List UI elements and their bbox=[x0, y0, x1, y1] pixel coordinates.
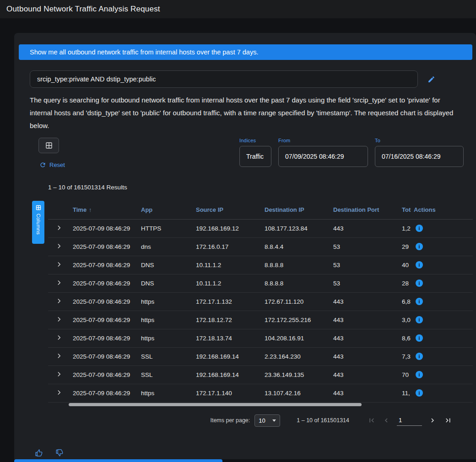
expand-row-button[interactable] bbox=[56, 316, 62, 322]
cell-expand bbox=[48, 274, 70, 292]
cell-source-ip: 192.168.169.14 bbox=[193, 347, 262, 365]
chevron-right-icon bbox=[56, 316, 62, 322]
col-header-time[interactable]: Time↑ bbox=[70, 201, 138, 219]
info-icon[interactable]: i bbox=[416, 316, 423, 323]
cell-expand bbox=[48, 292, 70, 311]
info-icon[interactable]: i bbox=[416, 225, 423, 232]
cell-time: 2025-07-09 08:46:29 bbox=[70, 292, 138, 311]
first-page-button[interactable] bbox=[368, 416, 376, 424]
prompt-banner: Show me all outbound network traffic fro… bbox=[19, 44, 472, 60]
col-header-total[interactable]: Tot bbox=[399, 201, 411, 219]
table-grid-icon bbox=[45, 142, 53, 149]
reset-button[interactable]: Reset bbox=[39, 161, 65, 168]
info-icon[interactable]: i bbox=[416, 334, 423, 342]
time-range-controls: Indices Traffic From 07/09/2025 08:46:29… bbox=[239, 138, 464, 167]
cell-actions: i bbox=[411, 237, 473, 256]
prev-page-button[interactable] bbox=[382, 416, 390, 424]
last-page-button[interactable] bbox=[444, 416, 452, 424]
scrollbar-thumb[interactable] bbox=[69, 403, 362, 406]
edit-query-button[interactable] bbox=[427, 75, 436, 84]
horizontal-scrollbar[interactable] bbox=[48, 403, 473, 406]
from-datetime-input[interactable]: 07/09/2025 08:46:29 bbox=[278, 146, 368, 167]
view-controls: Reset bbox=[38, 138, 65, 168]
cell-app: dns bbox=[138, 237, 193, 256]
chevron-right-icon bbox=[56, 243, 62, 249]
cell-app: https bbox=[138, 329, 193, 347]
expand-row-button[interactable] bbox=[56, 353, 62, 359]
cell-actions: i bbox=[411, 365, 473, 384]
cell-source-ip: 192.168.169.12 bbox=[193, 219, 262, 237]
expand-row-button[interactable] bbox=[56, 334, 62, 341]
controls-row: Reset Indices Traffic From 07/09/2025 08… bbox=[14, 138, 476, 168]
indices-label: Indices bbox=[239, 138, 271, 143]
thumbs-down-button[interactable] bbox=[55, 449, 64, 457]
results-summary: 1 – 10 of 161501314 Results bbox=[48, 184, 476, 191]
columns-grid-icon bbox=[36, 205, 41, 210]
col-header-time-label: Time bbox=[73, 206, 87, 213]
info-icon[interactable]: i bbox=[416, 298, 423, 305]
query-row: srcip_type:private AND dstip_type:public bbox=[30, 70, 476, 88]
cell-source-ip: 10.11.1.2 bbox=[193, 274, 262, 292]
items-per-page-value: 10 bbox=[259, 417, 265, 424]
cell-expand bbox=[48, 384, 70, 402]
table-row: 2025-07-09 08:46:29 https 172.18.12.72 1… bbox=[48, 311, 473, 329]
table-view-button[interactable] bbox=[38, 138, 59, 153]
cell-destination-port: 443 bbox=[330, 219, 399, 237]
cell-actions: i bbox=[411, 256, 473, 274]
col-header-destination-port[interactable]: Destination Port bbox=[330, 201, 399, 219]
col-header-source-ip[interactable]: Source IP bbox=[193, 201, 262, 219]
query-input[interactable]: srcip_type:private AND dstip_type:public bbox=[30, 70, 418, 88]
cell-app: HTTPS bbox=[138, 219, 193, 237]
cell-source-ip: 172.18.12.72 bbox=[193, 311, 262, 329]
reset-label: Reset bbox=[49, 161, 65, 168]
items-per-page-select[interactable]: 10 bbox=[254, 414, 280, 427]
cell-expand bbox=[48, 347, 70, 365]
pencil-icon bbox=[427, 75, 435, 83]
cell-total: 29 bbox=[399, 237, 411, 256]
cell-destination-ip: 8.8.8.8 bbox=[262, 274, 330, 292]
query-explanation: The query is searching for outbound netw… bbox=[30, 94, 464, 132]
from-field: From 07/09/2025 08:46:29 bbox=[278, 138, 368, 167]
caret-down-icon bbox=[272, 419, 276, 422]
info-icon[interactable]: i bbox=[416, 389, 423, 397]
cell-destination-ip: 13.107.42.16 bbox=[262, 384, 330, 402]
pagination-bar: Items per page: 10 1 – 10 of 161501314 bbox=[14, 414, 452, 427]
cell-destination-ip: 172.67.11.120 bbox=[262, 292, 330, 311]
expand-row-button[interactable] bbox=[56, 279, 62, 286]
next-page-button[interactable] bbox=[428, 416, 437, 424]
expand-row-button[interactable] bbox=[56, 298, 62, 304]
col-header-app[interactable]: App bbox=[138, 201, 193, 219]
table-body: 2025-07-09 08:46:29 HTTPS 192.168.169.12… bbox=[48, 219, 473, 402]
thumbs-up-button[interactable] bbox=[35, 449, 43, 457]
cell-destination-port: 443 bbox=[330, 311, 399, 329]
last-page-icon bbox=[444, 416, 452, 424]
reset-icon bbox=[39, 161, 46, 168]
chevron-right-icon bbox=[56, 225, 62, 231]
cell-app: DNS bbox=[138, 274, 193, 292]
indices-select[interactable]: Traffic bbox=[239, 146, 271, 167]
cell-destination-ip: 8.8.4.4 bbox=[262, 237, 330, 256]
items-per-page-label: Items per page: bbox=[210, 417, 250, 424]
info-icon[interactable]: i bbox=[416, 279, 423, 287]
expand-row-button[interactable] bbox=[56, 389, 62, 396]
cell-actions: i bbox=[411, 292, 473, 311]
expand-row-button[interactable] bbox=[56, 261, 62, 268]
prompt-text: Show me all outbound network traffic fro… bbox=[30, 48, 258, 56]
expand-row-button[interactable] bbox=[56, 243, 62, 249]
col-header-destination-ip[interactable]: Destination IP bbox=[262, 201, 330, 219]
cell-source-ip: 10.11.1.2 bbox=[193, 256, 262, 274]
page-number-input[interactable] bbox=[397, 415, 422, 426]
to-datetime-input[interactable]: 07/16/2025 08:46:29 bbox=[375, 146, 464, 167]
results-table-container: Columns Time↑ App Source IP Destination … bbox=[48, 201, 473, 406]
cell-destination-port: 443 bbox=[330, 329, 399, 347]
columns-button-label: Columns bbox=[36, 214, 41, 235]
info-icon[interactable]: i bbox=[416, 353, 423, 360]
info-icon[interactable]: i bbox=[416, 371, 423, 378]
expand-row-button[interactable] bbox=[56, 225, 62, 231]
cell-destination-port: 443 bbox=[330, 292, 399, 311]
info-icon[interactable]: i bbox=[416, 243, 423, 250]
info-icon[interactable]: i bbox=[416, 261, 423, 269]
expand-row-button[interactable] bbox=[56, 371, 62, 377]
columns-button[interactable]: Columns bbox=[32, 201, 44, 244]
cell-source-ip: 192.168.169.14 bbox=[193, 365, 262, 384]
